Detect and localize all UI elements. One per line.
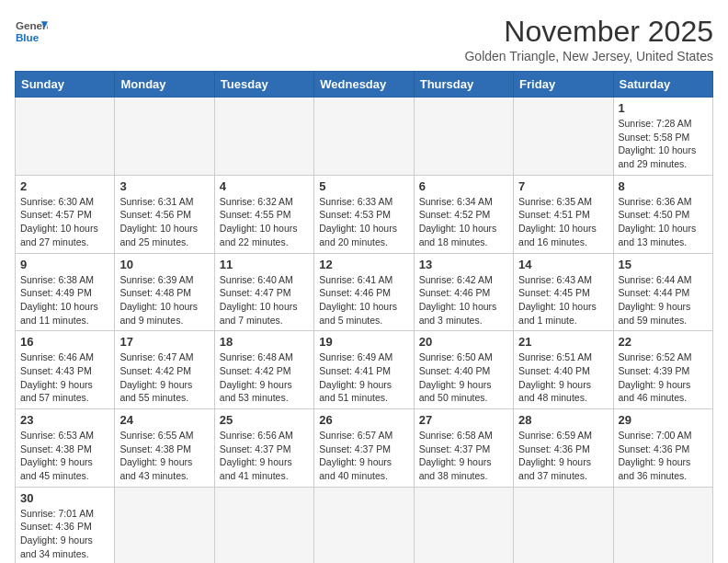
day-info: Sunrise: 6:30 AM Sunset: 4:57 PM Dayligh… [20, 195, 109, 249]
header: General Blue November 2025 Golden Triang… [15, 15, 713, 63]
calendar-cell: 10Sunrise: 6:39 AM Sunset: 4:48 PM Dayli… [115, 253, 214, 331]
calendar-cell: 14Sunrise: 6:43 AM Sunset: 4:45 PM Dayli… [514, 253, 613, 331]
calendar-cell: 11Sunrise: 6:40 AM Sunset: 4:47 PM Dayli… [214, 253, 313, 331]
day-header: Saturday [613, 72, 712, 98]
calendar-cell [214, 487, 313, 563]
calendar-cell: 4Sunrise: 6:32 AM Sunset: 4:55 PM Daylig… [214, 175, 313, 253]
day-number: 18 [220, 335, 309, 349]
calendar-cell: 8Sunrise: 6:36 AM Sunset: 4:50 PM Daylig… [613, 175, 712, 253]
logo: General Blue [15, 15, 48, 48]
day-number: 2 [20, 179, 109, 193]
calendar-cell: 22Sunrise: 6:52 AM Sunset: 4:39 PM Dayli… [613, 331, 712, 409]
calendar-cell: 12Sunrise: 6:41 AM Sunset: 4:46 PM Dayli… [314, 253, 414, 331]
day-number: 30 [20, 491, 109, 505]
calendar-cell: 3Sunrise: 6:31 AM Sunset: 4:56 PM Daylig… [115, 175, 214, 253]
calendar-week-row: 1Sunrise: 7:28 AM Sunset: 5:58 PM Daylig… [16, 98, 713, 176]
calendar-week-row: 2Sunrise: 6:30 AM Sunset: 4:57 PM Daylig… [16, 175, 713, 253]
day-info: Sunrise: 6:48 AM Sunset: 4:42 PM Dayligh… [220, 350, 309, 405]
day-info: Sunrise: 6:33 AM Sunset: 4:53 PM Dayligh… [319, 195, 408, 249]
calendar-cell [115, 98, 214, 176]
day-number: 6 [419, 179, 508, 193]
day-number: 26 [319, 413, 408, 427]
day-number: 20 [419, 335, 508, 349]
day-info: Sunrise: 6:40 AM Sunset: 4:47 PM Dayligh… [220, 273, 309, 327]
calendar-cell: 28Sunrise: 6:59 AM Sunset: 4:36 PM Dayli… [514, 409, 613, 488]
day-info: Sunrise: 6:58 AM Sunset: 4:37 PM Dayligh… [419, 429, 508, 483]
calendar-cell: 9Sunrise: 6:38 AM Sunset: 4:49 PM Daylig… [16, 253, 115, 331]
calendar-cell: 29Sunrise: 7:00 AM Sunset: 4:36 PM Dayli… [613, 409, 712, 488]
day-number: 1 [619, 101, 708, 115]
month-title: November 2025 [464, 15, 713, 49]
calendar-cell: 1Sunrise: 7:28 AM Sunset: 5:58 PM Daylig… [613, 98, 712, 176]
day-info: Sunrise: 6:56 AM Sunset: 4:37 PM Dayligh… [220, 429, 309, 483]
day-info: Sunrise: 6:31 AM Sunset: 4:56 PM Dayligh… [119, 195, 209, 249]
day-number: 27 [419, 413, 508, 427]
day-number: 17 [119, 335, 209, 349]
calendar-body: 1Sunrise: 7:28 AM Sunset: 5:58 PM Daylig… [16, 98, 713, 564]
calendar-cell [115, 487, 214, 563]
calendar-week-row: 23Sunrise: 6:53 AM Sunset: 4:38 PM Dayli… [16, 409, 713, 488]
day-info: Sunrise: 6:57 AM Sunset: 4:37 PM Dayligh… [319, 429, 408, 483]
day-info: Sunrise: 6:50 AM Sunset: 4:40 PM Dayligh… [419, 350, 508, 405]
day-info: Sunrise: 6:43 AM Sunset: 4:45 PM Dayligh… [518, 273, 608, 327]
day-info: Sunrise: 6:32 AM Sunset: 4:55 PM Dayligh… [220, 195, 309, 249]
day-number: 9 [20, 258, 109, 271]
day-info: Sunrise: 6:38 AM Sunset: 4:49 PM Dayligh… [20, 273, 109, 327]
calendar-cell [414, 487, 513, 563]
day-number: 15 [619, 258, 708, 271]
calendar-cell: 7Sunrise: 6:35 AM Sunset: 4:51 PM Daylig… [514, 175, 613, 253]
day-number: 11 [220, 258, 309, 271]
calendar-cell: 25Sunrise: 6:56 AM Sunset: 4:37 PM Dayli… [214, 409, 313, 488]
calendar-cell [613, 487, 712, 563]
calendar-cell: 21Sunrise: 6:51 AM Sunset: 4:40 PM Dayli… [514, 331, 613, 409]
day-number: 4 [220, 179, 309, 193]
calendar-header-row: SundayMondayTuesdayWednesdayThursdayFrid… [16, 72, 713, 98]
day-number: 29 [619, 413, 708, 427]
calendar-cell [214, 98, 313, 176]
calendar-cell: 6Sunrise: 6:34 AM Sunset: 4:52 PM Daylig… [414, 175, 513, 253]
calendar-cell: 30Sunrise: 7:01 AM Sunset: 4:36 PM Dayli… [16, 487, 115, 563]
calendar-cell: 24Sunrise: 6:55 AM Sunset: 4:38 PM Dayli… [115, 409, 214, 488]
calendar-week-row: 30Sunrise: 7:01 AM Sunset: 4:36 PM Dayli… [16, 487, 713, 563]
title-area: November 2025 Golden Triangle, New Jerse… [464, 15, 713, 63]
day-number: 10 [119, 258, 209, 271]
day-info: Sunrise: 6:46 AM Sunset: 4:43 PM Dayligh… [20, 350, 109, 405]
calendar-cell: 15Sunrise: 6:44 AM Sunset: 4:44 PM Dayli… [613, 253, 712, 331]
calendar-cell [314, 98, 414, 176]
calendar-cell: 5Sunrise: 6:33 AM Sunset: 4:53 PM Daylig… [314, 175, 414, 253]
day-number: 7 [518, 179, 608, 193]
day-info: Sunrise: 6:34 AM Sunset: 4:52 PM Dayligh… [419, 195, 508, 249]
day-info: Sunrise: 6:35 AM Sunset: 4:51 PM Dayligh… [518, 195, 608, 249]
day-info: Sunrise: 6:49 AM Sunset: 4:41 PM Dayligh… [319, 350, 408, 405]
day-header: Sunday [16, 72, 115, 98]
svg-text:General: General [16, 19, 48, 31]
day-info: Sunrise: 6:41 AM Sunset: 4:46 PM Dayligh… [319, 273, 408, 327]
day-number: 16 [20, 335, 109, 349]
day-header: Wednesday [314, 72, 414, 98]
calendar-cell: 2Sunrise: 6:30 AM Sunset: 4:57 PM Daylig… [16, 175, 115, 253]
calendar-week-row: 16Sunrise: 6:46 AM Sunset: 4:43 PM Dayli… [16, 331, 713, 409]
day-info: Sunrise: 7:00 AM Sunset: 4:36 PM Dayligh… [619, 429, 708, 483]
day-info: Sunrise: 6:53 AM Sunset: 4:38 PM Dayligh… [20, 429, 109, 483]
day-number: 3 [119, 179, 209, 193]
calendar-week-row: 9Sunrise: 6:38 AM Sunset: 4:49 PM Daylig… [16, 253, 713, 331]
day-header: Friday [514, 72, 613, 98]
day-number: 5 [319, 179, 408, 193]
day-info: Sunrise: 6:52 AM Sunset: 4:39 PM Dayligh… [619, 350, 708, 405]
day-info: Sunrise: 6:39 AM Sunset: 4:48 PM Dayligh… [119, 273, 209, 327]
day-number: 25 [220, 413, 309, 427]
calendar-cell: 23Sunrise: 6:53 AM Sunset: 4:38 PM Dayli… [16, 409, 115, 488]
day-number: 28 [518, 413, 608, 427]
calendar-cell: 18Sunrise: 6:48 AM Sunset: 4:42 PM Dayli… [214, 331, 313, 409]
location-title: Golden Triangle, New Jersey, United Stat… [464, 49, 713, 63]
logo-icon: General Blue [15, 15, 48, 48]
calendar-cell: 19Sunrise: 6:49 AM Sunset: 4:41 PM Dayli… [314, 331, 414, 409]
day-number: 22 [619, 335, 708, 349]
day-info: Sunrise: 6:59 AM Sunset: 4:36 PM Dayligh… [518, 429, 608, 483]
day-info: Sunrise: 6:55 AM Sunset: 4:38 PM Dayligh… [119, 429, 209, 483]
day-number: 19 [319, 335, 408, 349]
day-number: 8 [619, 179, 708, 193]
calendar-cell: 13Sunrise: 6:42 AM Sunset: 4:46 PM Dayli… [414, 253, 513, 331]
day-info: Sunrise: 6:36 AM Sunset: 4:50 PM Dayligh… [619, 195, 708, 249]
calendar-cell: 26Sunrise: 6:57 AM Sunset: 4:37 PM Dayli… [314, 409, 414, 488]
